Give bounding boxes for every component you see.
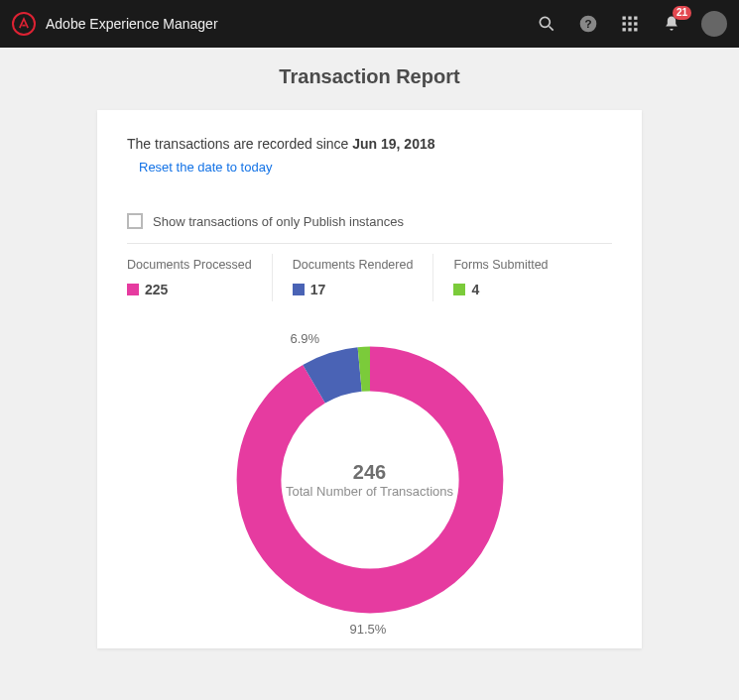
help-icon[interactable]: ?: [576, 12, 600, 36]
top-bar: Adobe Experience Manager ? 21: [0, 0, 739, 48]
pct-label-big: 91.5%: [350, 622, 387, 637]
swatch-icon: [293, 284, 305, 295]
total-number: 246: [286, 461, 453, 484]
svg-point-0: [540, 17, 550, 27]
recorded-date: Jun 19, 2018: [352, 136, 434, 152]
top-bar-right: ? 21: [535, 11, 727, 37]
notifications-icon[interactable]: 21: [660, 12, 683, 36]
publish-only-label: Show transactions of only Publish instan…: [153, 214, 404, 229]
pct-label-mid: 6.9%: [291, 331, 320, 346]
stat-label: Forms Submitted: [453, 258, 548, 274]
reset-date-link[interactable]: Reset the date to today: [139, 160, 272, 175]
adobe-logo-icon: [12, 12, 36, 36]
stat-label: Documents Rendered: [293, 258, 414, 274]
svg-rect-6: [634, 17, 637, 20]
apps-grid-icon[interactable]: [618, 12, 642, 36]
publish-only-checkbox[interactable]: [127, 213, 143, 229]
stat-documents-rendered: Documents Rendered 17: [293, 254, 434, 301]
page-title: Transaction Report: [0, 48, 739, 110]
top-bar-left: Adobe Experience Manager: [12, 12, 218, 36]
stat-label: Documents Processed: [127, 258, 252, 274]
stat-value: 225: [145, 282, 168, 297]
report-card: The transactions are recorded since Jun …: [97, 110, 642, 648]
stat-value: 17: [310, 282, 326, 297]
svg-rect-11: [628, 28, 631, 31]
app-title: Adobe Experience Manager: [46, 16, 218, 32]
svg-rect-9: [634, 22, 637, 25]
svg-rect-8: [628, 22, 631, 25]
search-icon[interactable]: [535, 12, 558, 36]
stat-documents-processed: Documents Processed 225: [127, 254, 273, 301]
svg-rect-12: [634, 28, 637, 31]
publish-only-checkbox-row: Show transactions of only Publish instan…: [127, 213, 612, 229]
notification-badge: 21: [673, 6, 691, 20]
recorded-prefix: The transactions are recorded since: [127, 136, 352, 152]
stats-row: Documents Processed 225 Documents Render…: [127, 243, 612, 301]
stat-value: 4: [471, 282, 479, 297]
svg-rect-7: [623, 22, 626, 25]
svg-rect-5: [628, 17, 631, 20]
svg-text:?: ?: [584, 17, 591, 30]
user-avatar[interactable]: [701, 11, 727, 37]
donut-center: 246 Total Number of Transactions: [286, 461, 453, 499]
svg-rect-10: [623, 28, 626, 31]
svg-rect-4: [623, 17, 626, 20]
total-label: Total Number of Transactions: [286, 484, 453, 499]
swatch-icon: [453, 284, 465, 295]
donut-chart: 246 Total Number of Transactions 6.9% 91…: [231, 341, 509, 619]
recorded-since-text: The transactions are recorded since Jun …: [127, 136, 612, 152]
stat-forms-submitted: Forms Submitted 4: [453, 254, 567, 301]
swatch-icon: [127, 284, 139, 295]
svg-line-1: [550, 27, 554, 31]
